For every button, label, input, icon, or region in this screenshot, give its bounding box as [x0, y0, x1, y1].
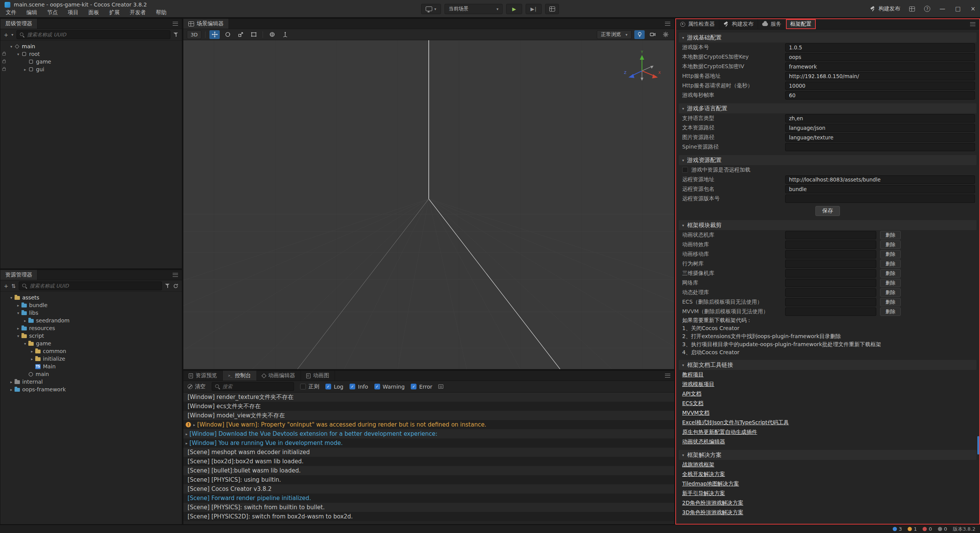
menu-item[interactable]: 编辑 — [21, 8, 42, 17]
module-input[interactable] — [785, 307, 876, 316]
message-counter[interactable]: 1 — [908, 526, 917, 532]
module-input[interactable] — [785, 231, 876, 239]
asset-row[interactable]: ▸ seedrandom — [0, 317, 182, 324]
clear-console-button[interactable]: 清空 — [188, 383, 206, 390]
panel-menu-icon[interactable] — [665, 22, 670, 26]
doc-link[interactable]: Excel格式转Json文件与TypeScript代码工具 — [679, 418, 789, 427]
hierarchy-search-input[interactable] — [27, 32, 167, 38]
expand-arrow-icon[interactable]: ▸ — [15, 303, 21, 307]
preview-target-select[interactable]: ▾ — [421, 4, 441, 14]
add-asset-button[interactable]: + — [4, 283, 8, 289]
module-input[interactable] — [785, 250, 876, 258]
config-input[interactable] — [785, 82, 975, 90]
sort-assets-icon[interactable]: ⇅ — [11, 283, 16, 289]
menu-item[interactable]: 文件 — [1, 8, 21, 17]
panel-menu-icon[interactable] — [970, 22, 975, 26]
menu-item[interactable]: 开发者 — [125, 8, 151, 17]
doc-link[interactable]: 教程项目 — [679, 370, 704, 379]
remote-load-checkbox[interactable] — [682, 167, 688, 173]
delete-module-button[interactable]: 删除 — [880, 260, 901, 268]
asset-row[interactable]: main — [0, 370, 182, 378]
log-filter-toggle[interactable]: Log — [325, 384, 343, 390]
step-button[interactable]: ▶| — [526, 4, 542, 14]
rotate-tool-button[interactable] — [222, 30, 233, 39]
preview-scene-select[interactable]: 当前场景 ▾ — [444, 4, 503, 14]
section-language-config[interactable]: ▾ 游戏多语言配置 — [679, 103, 977, 113]
console-search[interactable] — [212, 382, 294, 391]
tab-service[interactable]: 服务 — [758, 19, 786, 29]
asset-row[interactable]: ▸ resources — [0, 324, 182, 332]
help-icon[interactable]: ? — [924, 6, 930, 12]
log-row[interactable]: [Window] ecs文件夹不存在 — [183, 402, 674, 411]
hierarchy-node-row[interactable]: game — [0, 58, 182, 65]
doc-link[interactable]: 游戏模板项目 — [679, 379, 714, 389]
layout-button[interactable] — [545, 4, 559, 14]
coordinate-toggle-button[interactable] — [280, 30, 290, 39]
expand-arrow-icon[interactable]: ▸ — [186, 432, 188, 436]
log-row[interactable]: ▸ [Window] You are running Vue in develo… — [183, 438, 674, 448]
delete-module-button[interactable]: 删除 — [880, 269, 901, 278]
config-input[interactable] — [785, 114, 975, 123]
minimize-button[interactable]: — — [939, 5, 945, 12]
filter-icon[interactable] — [165, 284, 170, 288]
solution-link[interactable]: Tiledmap地图解决方案 — [679, 479, 739, 489]
doc-link[interactable]: MVVM文档 — [679, 408, 709, 418]
delete-module-button[interactable]: 删除 — [880, 307, 901, 316]
section-module-trim[interactable]: ▾ 框架模块裁剪 — [679, 220, 977, 230]
config-input[interactable] — [785, 91, 975, 100]
log-filter-toggle[interactable]: Error — [411, 384, 432, 390]
scene-viewport[interactable]: Y X Z — [183, 40, 674, 369]
asset-row[interactable]: ▾ game — [0, 340, 182, 347]
tab-inspector[interactable]: 属性检查器 — [676, 19, 719, 29]
asset-row[interactable]: ▸ bundle — [0, 301, 182, 309]
console-tab[interactable]: 动画图 — [301, 371, 335, 381]
expand-arrow-icon[interactable]: ▸ — [29, 349, 35, 353]
pivot-toggle-button[interactable] — [267, 30, 277, 39]
delete-module-button[interactable]: 删除 — [880, 279, 901, 287]
regex-toggle[interactable]: 正则 — [300, 383, 319, 390]
build-publish-button[interactable]: 构建发布 — [870, 5, 900, 12]
delete-module-button[interactable]: 删除 — [880, 288, 901, 297]
asset-row[interactable]: TS Main — [0, 363, 182, 370]
asset-row[interactable]: ▸ initialize — [0, 355, 182, 363]
module-input[interactable] — [785, 298, 876, 306]
console-tab[interactable]: 动画编辑器 — [257, 371, 301, 381]
expand-arrow-icon[interactable]: ▸ — [193, 423, 195, 427]
asset-row[interactable]: ▸ common — [0, 347, 182, 355]
scale-tool-button[interactable] — [235, 30, 246, 39]
log-filter-toggle[interactable]: Info — [350, 384, 368, 390]
config-input[interactable] — [785, 124, 975, 132]
message-counter[interactable]: 3 — [893, 526, 902, 532]
log-row[interactable]: [Scene] [box2d]:box2d wasm lib loaded. — [183, 457, 674, 466]
hierarchy-node-row[interactable]: ▾ main — [0, 43, 182, 50]
doc-link[interactable]: ECS文档 — [679, 399, 704, 408]
expand-arrow-icon[interactable]: ▾ — [8, 296, 15, 300]
scene-title-tab[interactable]: 场景编辑器 — [183, 19, 229, 29]
save-button[interactable]: 保存 — [815, 206, 840, 216]
tab-framework-config[interactable]: 框架配置 — [786, 19, 816, 29]
module-input[interactable] — [785, 269, 876, 278]
lock-icon[interactable] — [2, 68, 6, 71]
close-button[interactable]: × — [970, 5, 975, 12]
config-input[interactable] — [785, 43, 975, 52]
menu-item[interactable]: 扩展 — [104, 8, 125, 17]
config-input[interactable] — [785, 195, 975, 203]
delete-module-button[interactable]: 删除 — [880, 240, 901, 249]
doc-link[interactable]: API文档 — [679, 389, 701, 399]
section-doc-links[interactable]: ▾ 框架文档工具链接 — [679, 360, 977, 370]
expand-arrow-icon[interactable]: ▸ — [186, 441, 188, 445]
expand-arrow-icon[interactable]: ▾ — [15, 52, 21, 56]
config-input[interactable] — [785, 62, 975, 71]
solution-link[interactable]: 新手引导解决方案 — [679, 489, 725, 498]
doc-link[interactable]: 动画状态机编辑器 — [679, 437, 725, 446]
camera-preview-button[interactable] — [647, 30, 658, 39]
panel-layout-icon[interactable] — [909, 7, 915, 11]
expand-arrow-icon[interactable]: ▸ — [22, 319, 28, 323]
maximize-button[interactable]: □ — [955, 5, 960, 12]
log-filter-toggle[interactable]: Warning — [374, 384, 405, 390]
module-input[interactable] — [785, 260, 876, 268]
asset-row[interactable]: ▾ script — [0, 332, 182, 340]
menu-item[interactable]: 面板 — [83, 8, 104, 17]
module-input[interactable] — [785, 240, 876, 249]
asset-row[interactable]: ▾ libs — [0, 309, 182, 317]
